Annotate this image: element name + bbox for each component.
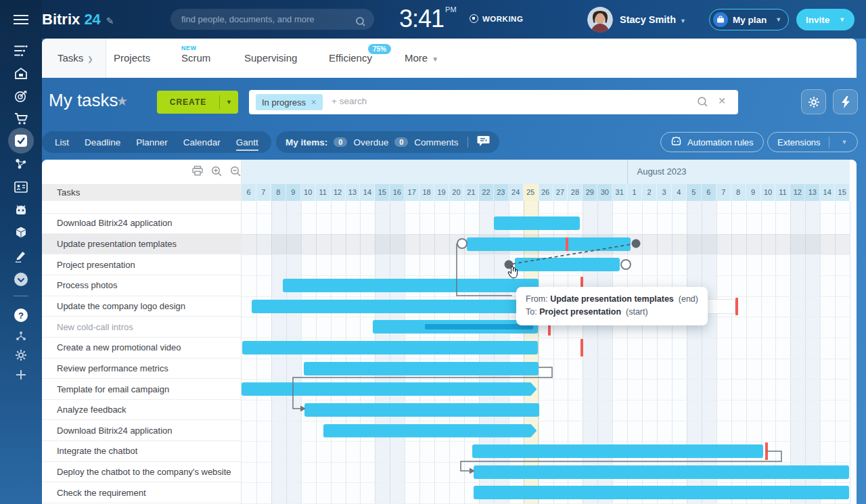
tasks-column-header: Tasks bbox=[42, 184, 242, 201]
chat-icon[interactable] bbox=[477, 135, 490, 149]
task-label[interactable]: New cold-call intros bbox=[42, 317, 242, 338]
menu-hamburger-icon[interactable] bbox=[0, 9, 42, 30]
chevron-down-icon: ▼ bbox=[680, 18, 686, 24]
bitrix-logo[interactable]: Bitrix 24✎ bbox=[42, 0, 114, 39]
crm-target-icon[interactable] bbox=[0, 86, 42, 106]
gantt-settings-button[interactable] bbox=[801, 89, 826, 114]
global-search-input[interactable]: find people, documents, and more bbox=[170, 9, 374, 30]
tab-calendar[interactable]: Calendar bbox=[183, 137, 221, 147]
structure-icon[interactable] bbox=[0, 326, 42, 346]
overdue-count-badge: 0 bbox=[334, 137, 347, 147]
settings-gear-icon[interactable] bbox=[0, 345, 42, 365]
edit-logo-icon[interactable]: ✎ bbox=[106, 16, 114, 26]
search-icon[interactable] bbox=[355, 14, 366, 35]
boost-button[interactable] bbox=[833, 89, 858, 114]
tab-efficiency[interactable]: Efficiency bbox=[329, 39, 372, 78]
my-items-bar: My items: 0 Overdue 0 Comments bbox=[276, 131, 499, 153]
automation-robot-icon[interactable] bbox=[0, 200, 42, 220]
svg-text:?: ? bbox=[18, 311, 24, 321]
comments-count-badge: 0 bbox=[394, 137, 408, 147]
pill-divider bbox=[468, 137, 468, 147]
tab-deadline[interactable]: Deadline bbox=[85, 137, 120, 147]
cart-icon[interactable] bbox=[0, 108, 42, 129]
tab-planner[interactable]: Planner bbox=[136, 137, 168, 147]
chevron-down-icon: ▼ bbox=[839, 16, 845, 23]
my-plan-button[interactable]: My plan▼ bbox=[709, 9, 789, 30]
filter-search-bar[interactable]: In progress✕ + search ✕ bbox=[249, 90, 738, 114]
top-bar: Bitrix 24✎ find people, documents, and m… bbox=[0, 0, 866, 39]
sites-cube-icon[interactable] bbox=[0, 223, 42, 243]
task-label[interactable]: Analyze feedback bbox=[42, 400, 242, 421]
main-nav: Tasks❯ Projects NEW Scrum Supervising 75… bbox=[42, 39, 857, 78]
dependency-connectors bbox=[242, 160, 857, 504]
tab-supervising[interactable]: Supervising bbox=[244, 39, 297, 78]
filter-chip-in-progress[interactable]: In progress✕ bbox=[256, 94, 323, 110]
task-label[interactable]: Create a new promotional video bbox=[42, 338, 242, 359]
tab-projects[interactable]: Projects bbox=[114, 39, 150, 78]
tab-list[interactable]: List bbox=[55, 137, 69, 147]
drag-hand-cursor bbox=[507, 265, 520, 282]
favorite-star-icon[interactable]: ★ bbox=[116, 93, 128, 109]
tab-tasks[interactable]: Tasks❯ bbox=[58, 39, 93, 78]
zoom-in-icon[interactable] bbox=[211, 166, 223, 180]
chevron-down-icon: ▼ bbox=[842, 139, 848, 145]
tab-more[interactable]: More▼ bbox=[405, 39, 438, 78]
overdue-filter[interactable]: Overdue bbox=[353, 137, 388, 147]
extensions-button[interactable]: Extensions ▼ bbox=[767, 132, 858, 152]
help-icon[interactable]: ? bbox=[0, 305, 42, 325]
zoom-out-icon[interactable] bbox=[230, 166, 242, 180]
task-label[interactable]: Update the company logo design bbox=[42, 296, 242, 317]
task-label[interactable]: Update presentation templates bbox=[42, 234, 242, 255]
feed-icon[interactable] bbox=[0, 41, 42, 61]
working-status[interactable]: WORKING bbox=[470, 14, 523, 23]
task-label[interactable]: Check the requirement bbox=[42, 482, 242, 503]
avatar[interactable] bbox=[587, 7, 613, 32]
chevron-right-icon: ❯ bbox=[87, 55, 93, 63]
left-sidebar: ? bbox=[0, 0, 42, 504]
sign-pen-icon[interactable] bbox=[0, 246, 42, 266]
user-menu[interactable]: Stacy Smith▼ bbox=[620, 14, 686, 25]
gantt-task-list: Tasks Download Bitrix24 applicationUpdat… bbox=[42, 160, 242, 504]
task-label[interactable]: Integrate the chatbot bbox=[42, 441, 242, 462]
add-plus-icon[interactable] bbox=[0, 365, 42, 385]
search-icon[interactable] bbox=[697, 96, 708, 110]
task-label[interactable]: Download Bitrix24 application bbox=[42, 213, 242, 234]
task-label[interactable]: Project presentation bbox=[42, 254, 242, 275]
chevron-down-icon: ▼ bbox=[775, 16, 781, 23]
view-tabs: List Deadline Planner Calendar Gantt bbox=[42, 131, 271, 153]
printer-icon[interactable] bbox=[192, 166, 203, 179]
workspace-icon[interactable] bbox=[0, 63, 42, 83]
bitrix24-app: Bitrix 24✎ find people, documents, and m… bbox=[0, 0, 866, 504]
close-icon[interactable]: ✕ bbox=[311, 98, 317, 107]
chevron-down-icon: ▼ bbox=[220, 99, 238, 106]
tab-scrum[interactable]: Scrum bbox=[181, 39, 210, 78]
comments-filter[interactable]: Comments bbox=[414, 137, 458, 147]
tab-gantt[interactable]: Gantt bbox=[236, 133, 258, 151]
task-label[interactable]: Review performance metrics bbox=[42, 359, 242, 380]
work-clock[interactable]: 3:41PM bbox=[399, 5, 457, 33]
tasks-icon[interactable] bbox=[0, 131, 42, 151]
gantt-panel: August 2023 6789101112131415161718192021… bbox=[42, 160, 857, 504]
create-button[interactable]: CREATE ▼ bbox=[157, 91, 238, 114]
filter-search-placeholder: + search bbox=[332, 96, 367, 106]
robot-icon bbox=[670, 137, 682, 148]
task-label[interactable]: Deploy the chatbot to the company's webs… bbox=[42, 462, 242, 483]
task-label[interactable]: Process photos bbox=[42, 275, 242, 296]
task-label[interactable]: Download Bitrix24 application bbox=[42, 421, 242, 442]
contacts-card-icon[interactable] bbox=[0, 177, 42, 197]
pill-divider bbox=[829, 137, 829, 147]
row-line bbox=[42, 213, 242, 214]
gantt-chart: August 2023 6789101112131415161718192021… bbox=[242, 160, 857, 504]
invite-button[interactable]: Invite▼ bbox=[796, 9, 854, 30]
collapse-chevron-icon[interactable] bbox=[0, 269, 42, 290]
chevron-down-icon: ▼ bbox=[432, 55, 438, 63]
my-items-label: My items: bbox=[286, 137, 327, 147]
record-icon bbox=[470, 14, 478, 23]
automation-rules-button[interactable]: Automation rules bbox=[660, 132, 764, 152]
briefcase-icon bbox=[713, 12, 728, 27]
page-title: My tasks bbox=[49, 90, 118, 111]
task-label[interactable]: Template for email campaign bbox=[42, 379, 242, 400]
sidebar-divider bbox=[14, 296, 28, 296]
close-icon[interactable]: ✕ bbox=[718, 95, 726, 106]
collab-network-icon[interactable] bbox=[0, 154, 42, 174]
